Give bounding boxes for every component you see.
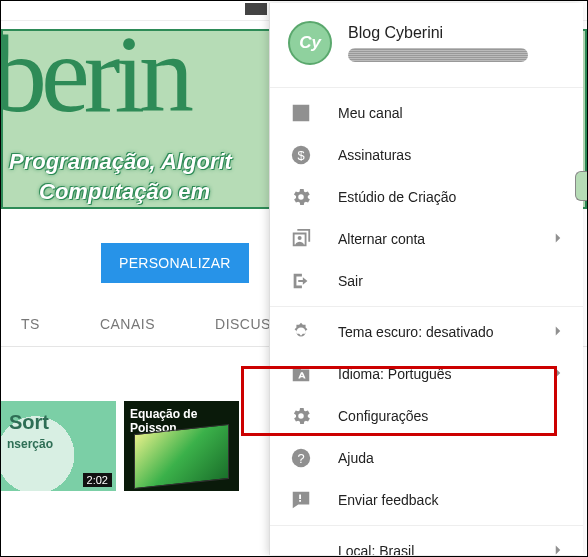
- menu-item-language[interactable]: Idioma: Português: [270, 353, 583, 395]
- menu-item-label: Estúdio de Criação: [338, 189, 567, 205]
- separator: [270, 525, 583, 526]
- thumb-graphic: [134, 424, 229, 489]
- menu-item-location[interactable]: Local: Brasil: [270, 530, 583, 555]
- account-email-blurred: [348, 48, 528, 62]
- thumb-title: Sort: [9, 411, 49, 434]
- menu-item-subscriptions[interactable]: $ Assinaturas: [270, 134, 583, 176]
- exit-icon: [290, 270, 312, 292]
- menu-item-studio[interactable]: Estúdio de Criação: [270, 176, 583, 218]
- chevron-right-icon: [549, 364, 567, 385]
- menu-item-label: Ajuda: [338, 450, 567, 466]
- chevron-right-icon: [549, 541, 567, 556]
- svg-text:$: $: [297, 148, 304, 163]
- video-thumbnails: Sort nserção 2:02 Equação de Poisson: [1, 401, 239, 491]
- menu-item-label: Alternar conta: [338, 231, 523, 247]
- switch-account-icon: [290, 228, 312, 250]
- tab-item[interactable]: TS: [21, 316, 40, 332]
- brightness-icon: [290, 321, 312, 343]
- menu-item-label: Idioma: Português: [338, 366, 523, 382]
- video-duration: 2:02: [83, 473, 112, 487]
- menu-item-sign-out[interactable]: Sair: [270, 260, 583, 302]
- gear-icon: [290, 405, 312, 427]
- menu-item-label: Enviar feedback: [338, 492, 567, 508]
- menu-item-feedback[interactable]: Enviar feedback: [270, 479, 583, 521]
- dollar-icon: $: [290, 144, 312, 166]
- menu-item-switch-account[interactable]: Alternar conta: [270, 218, 583, 260]
- menu-item-label: Sair: [338, 273, 567, 289]
- banner-subtitle-2: Computação em: [39, 179, 210, 205]
- blank-icon: [290, 540, 312, 555]
- menu-item-help[interactable]: ? Ajuda: [270, 437, 583, 479]
- menu-item-label: Local: Brasil: [338, 543, 523, 555]
- customize-channel-button[interactable]: PERSONALIZAR: [101, 243, 249, 283]
- banner-title: yberin: [1, 29, 188, 138]
- menu-item-label: Assinaturas: [338, 147, 567, 163]
- separator: [270, 306, 583, 307]
- svg-point-2: [298, 236, 302, 240]
- side-handle[interactable]: [575, 171, 587, 201]
- help-icon: ?: [290, 447, 312, 469]
- chevron-right-icon: [549, 322, 567, 343]
- person-box-icon: [290, 102, 312, 124]
- menu-item-my-channel[interactable]: Meu canal: [270, 92, 583, 134]
- menu-item-label: Meu canal: [338, 105, 567, 121]
- menu-item-label: Tema escuro: desativado: [338, 324, 523, 340]
- tab-item[interactable]: CANAIS: [100, 316, 155, 332]
- separator: [270, 87, 583, 88]
- keyboard-icon[interactable]: [245, 3, 267, 15]
- svg-text:?: ?: [297, 451, 304, 466]
- avatar-initials: Cy: [299, 33, 321, 53]
- video-thumbnail[interactable]: Sort nserção 2:02: [1, 401, 116, 491]
- menu-item-settings[interactable]: Configurações: [270, 395, 583, 437]
- video-thumbnail[interactable]: Equação de Poisson: [124, 401, 239, 491]
- banner-subtitle-1: Programação, Algorit: [9, 149, 232, 175]
- translate-icon: [290, 363, 312, 385]
- menu-item-dark-theme[interactable]: Tema escuro: desativado: [270, 311, 583, 353]
- avatar[interactable]: Cy: [288, 21, 332, 65]
- gear-icon: [290, 186, 312, 208]
- feedback-icon: [290, 489, 312, 511]
- chevron-right-icon: [549, 229, 567, 250]
- account-header: Cy Blog Cyberini: [270, 3, 583, 83]
- account-menu-panel: Cy Blog Cyberini Meu canal $ Assinaturas…: [269, 3, 583, 555]
- menu-item-label: Configurações: [338, 408, 567, 424]
- thumb-subtitle: nserção: [7, 437, 53, 451]
- account-name: Blog Cyberini: [348, 24, 567, 42]
